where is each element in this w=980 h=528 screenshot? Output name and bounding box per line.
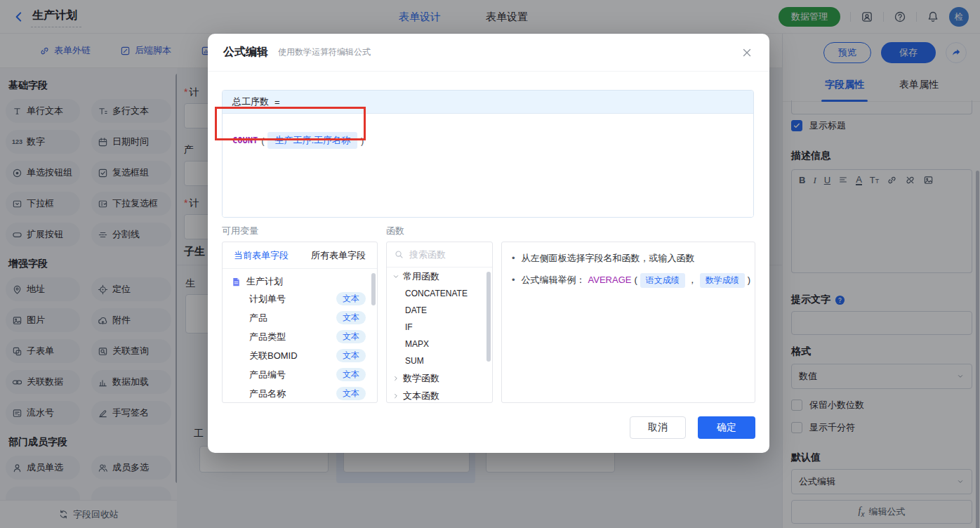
- variable-type-badge: 文本: [336, 387, 366, 400]
- tab-current-form-fields[interactable]: 当前表单字段: [223, 249, 300, 262]
- close-icon[interactable]: [739, 44, 755, 61]
- modal-subtitle: 使用数学运算符编辑公式: [278, 46, 371, 58]
- variables-scrollbar[interactable]: [371, 273, 376, 305]
- function-group-name: 常用函数: [403, 270, 439, 283]
- variable-name: 产品类型: [249, 331, 286, 343]
- caret-right-icon: [392, 392, 400, 400]
- function-item[interactable]: CONCATENATE: [387, 285, 492, 302]
- variable-row[interactable]: 关联BOMID文本: [223, 346, 377, 365]
- variables-tree-root[interactable]: 生产计划: [223, 269, 377, 289]
- document-icon: [231, 277, 241, 287]
- function-item[interactable]: DATE: [387, 302, 492, 319]
- tab-all-form-fields[interactable]: 所有表单字段: [300, 249, 377, 262]
- formula-target-bar: 总工序数=: [223, 91, 753, 114]
- variable-name: 关联BOMID: [249, 350, 298, 362]
- formula-editor-modal: 公式编辑 使用数学运算符编辑公式 总工序数= COUNT ( 生产工序.工序名称…: [208, 34, 769, 453]
- confirm-button[interactable]: 确定: [698, 416, 755, 439]
- variable-name: 计划单号: [249, 293, 286, 305]
- tip-line-1: 从左侧面板选择字段名和函数，或输入函数: [522, 252, 695, 265]
- variable-name: 产品: [249, 312, 267, 324]
- variable-row[interactable]: 产品文本: [223, 308, 377, 327]
- function-group[interactable]: 常用函数: [387, 268, 492, 285]
- tip-line-2: 公式编辑举例：AVERAGE( 语文成绩 ， 数学成绩 ): [522, 273, 751, 288]
- formula-expression[interactable]: COUNT ( 生产工序.工序名称 ): [232, 132, 364, 149]
- function-item[interactable]: MAPX: [387, 336, 492, 352]
- function-search-placeholder: 搜索函数: [409, 249, 446, 261]
- variable-row[interactable]: 计划单号文本: [223, 289, 377, 308]
- function-group-name: 文本函数: [403, 390, 439, 402]
- function-item[interactable]: IF: [387, 319, 492, 336]
- variable-name: 产品名称: [249, 388, 286, 400]
- modal-title: 公式编辑: [223, 45, 268, 60]
- function-group-name: 数学函数: [403, 372, 439, 385]
- function-group[interactable]: 文本函数: [387, 387, 492, 403]
- variable-row[interactable]: 产品名称文本: [223, 384, 377, 403]
- function-item[interactable]: SUM: [387, 352, 492, 369]
- formula-editor[interactable]: 总工序数= COUNT ( 生产工序.工序名称 ): [222, 90, 754, 218]
- example-field-chip: 数学成绩: [700, 273, 745, 288]
- function-search-input[interactable]: 搜索函数: [387, 242, 492, 268]
- functions-label: 函数: [386, 225, 404, 237]
- variable-type-badge: 文本: [336, 349, 366, 362]
- functions-panel: 搜索函数 常用函数CONCATENATEDATEIFMAPXSUM数学函数文本函…: [386, 242, 493, 403]
- functions-scrollbar[interactable]: [486, 272, 491, 362]
- function-group[interactable]: 数学函数: [387, 369, 492, 387]
- variable-row[interactable]: 产品类型文本: [223, 327, 377, 346]
- variables-panel: 当前表单字段 所有表单字段 生产计划 计划单号文本产品文本产品类型文本关联BOM…: [222, 242, 378, 403]
- search-icon: [394, 249, 404, 260]
- variables-label: 可用变量: [222, 225, 258, 237]
- example-field-chip: 语文成绩: [640, 273, 685, 288]
- variable-name: 产品编号: [249, 369, 286, 381]
- variable-row[interactable]: 产品编号文本: [223, 365, 377, 384]
- variable-type-badge: 文本: [336, 330, 366, 343]
- variable-type-badge: 文本: [336, 368, 366, 381]
- cancel-button[interactable]: 取消: [630, 416, 686, 439]
- variable-type-badge: 文本: [336, 292, 366, 305]
- screen: 生产计划 表单设计 表单设置 数据管理 检 表单外链后端脚本数据权 基础字段单行…: [0, 0, 980, 528]
- field-chip[interactable]: 生产工序.工序名称: [267, 132, 357, 149]
- formula-function[interactable]: COUNT: [232, 136, 258, 145]
- tips-panel: • 从左侧面板选择字段名和函数，或输入函数 • 公式编辑举例：AVERAGE( …: [501, 242, 755, 403]
- variable-type-badge: 文本: [336, 311, 366, 324]
- caret-right-icon: [392, 374, 400, 383]
- caret-down-icon: [392, 272, 400, 281]
